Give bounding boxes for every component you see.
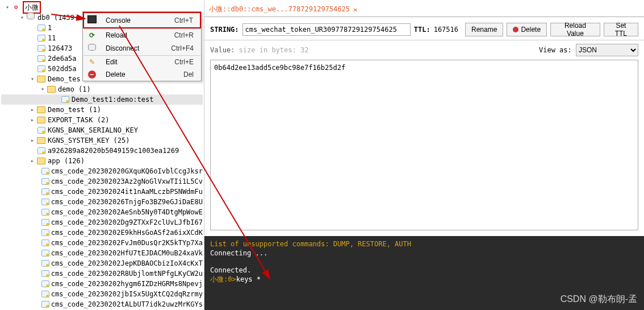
folder-icon: [36, 75, 45, 84]
menu-accel: Ctrl+R: [158, 29, 200, 42]
value-label: Value:: [210, 46, 235, 54]
value-textarea[interactable]: 0b64d2ee13add5ce9bc98e7f16b25d2f: [210, 60, 638, 230]
expander-icon[interactable]: ▾: [28, 74, 36, 84]
key-label: cms_code_20230202tALbUT7idk2uwzMrKGYs: [51, 299, 203, 309]
key-node[interactable]: cms_code_20230202JepKDBAOCbizIoX4cKxT: [1, 258, 203, 268]
expander-icon[interactable]: ▾: [39, 84, 47, 94]
folder-node[interactable]: ▸KGNS_SYSTEM_KEY (25): [1, 135, 203, 146]
tab-title[interactable]: 小微::db0::cms_we...778729129754625: [209, 5, 350, 14]
folder-icon: [36, 156, 45, 166]
folder-icon: [36, 105, 45, 114]
key-icon: [41, 259, 49, 268]
server-icon: ⚙: [11, 3, 20, 12]
key-node[interactable]: cms_code_202302024it1nAaMLczbPSNWdmFu: [1, 187, 203, 197]
key-icon: [36, 146, 45, 155]
menu-item-console[interactable]: Console Ctrl+T: [83, 13, 200, 28]
key-label: cms_code_20230202R8UbjlomtNPfgLKyCW2u: [51, 268, 203, 279]
key-label: cms_code_202302020GXquKQ6oIvblCcgJksr: [51, 166, 203, 176]
folder-node[interactable]: ▸app (126): [1, 156, 203, 166]
key-node[interactable]: a926289a82020b5049159c1003ea1269: [1, 146, 203, 156]
editor-panel: 小微::db0::cms_we...778729129754625 ✕ STRI…: [204, 0, 644, 310]
key-label: cms_code_20230202jbISx5UgXtCQ2dqRzrmy: [51, 289, 203, 299]
key-icon: [41, 228, 49, 237]
console-prompt: 小微:0>: [210, 275, 236, 283]
key-node[interactable]: cms_code_20230202FvJm0DusQr2K5kTYp7Xa: [1, 238, 203, 248]
key-icon: [41, 249, 49, 258]
key-node[interactable]: cms_code_20230202HfU7tEJDACM0uB24xaVk: [1, 248, 203, 258]
key-node[interactable]: KGNS_BANK_SERIALNO_KEY: [1, 125, 203, 135]
key-label: cms_code_20230202AeSnb5Ny0T4DtgMpWowE: [51, 207, 203, 217]
folder-node[interactable]: ▸Demo_test (1): [1, 105, 203, 115]
console-icon: [87, 17, 97, 25]
folder-icon: [36, 115, 45, 125]
console-line: Connected.: [210, 266, 638, 275]
context-menu: Console Ctrl+T ⟳ Reload Ctrl+R Disconnec…: [82, 11, 202, 81]
reload-icon: ⟳: [89, 31, 95, 39]
chevron-right-icon[interactable]: ▸: [28, 105, 36, 115]
ttl-label: TTL:: [414, 26, 430, 34]
key-icon: [36, 54, 45, 63]
tab-close-icon[interactable]: ✕: [353, 6, 357, 14]
view-as-label: View as:: [539, 46, 572, 54]
key-label: cms_code_20230202HfU7tEJDACM0uB24xaVk: [51, 248, 203, 258]
menu-item-reload[interactable]: ⟳ Reload Ctrl+R: [83, 29, 200, 42]
view-as-select[interactable]: JSON: [576, 44, 638, 56]
db-label: db0 (1439: [37, 13, 74, 23]
delete-button[interactable]: Delete: [507, 23, 547, 36]
tab-bar: 小微::db0::cms_we...778729129754625 ✕: [204, 0, 644, 17]
key-label: cms_code_20230202FvJm0DusQr2K5kTYp7Xa: [51, 238, 203, 248]
key-icon: [41, 197, 49, 206]
key-icon: [60, 95, 69, 104]
ttl-value: 167516: [434, 26, 458, 34]
expander-icon[interactable]: ▾: [3, 2, 11, 13]
menu-label: Reload: [102, 29, 158, 42]
key-node[interactable]: cms_code_202302023Az2gNoGlVxwTIi1L5Cv: [1, 176, 203, 187]
key-icon: [41, 279, 49, 288]
menu-item-disconnect[interactable]: Disconnect Ctrl+F4: [83, 42, 200, 55]
set-ttl-button[interactable]: Set TTL: [604, 23, 638, 36]
key-node[interactable]: cms_code_20230202tALbUT7idk2uwzMrKGYs: [1, 299, 203, 309]
menu-accel: Del: [158, 68, 200, 81]
key-properties: STRING: TTL: 167516 Rename Delete Reload…: [204, 17, 644, 40]
menu-label: Delete: [102, 68, 158, 81]
key-node[interactable]: cms_code_20230202Dg9ZTXxF2clUvLJfbI67: [1, 217, 203, 228]
folder-node[interactable]: ▸EXPORT_TASK (2): [1, 115, 203, 125]
reload-value-button[interactable]: Reload Value: [550, 23, 600, 36]
key-icon: [41, 218, 49, 227]
key-node[interactable]: Demo_test1:demo:test: [1, 94, 203, 105]
delete-icon: −: [88, 71, 96, 78]
menu-item-delete[interactable]: − Delete Del: [83, 68, 200, 81]
key-node[interactable]: cms_code_202302020GXquKQ6oIvblCcgJksr: [1, 166, 203, 176]
key-icon: [36, 44, 45, 53]
menu-item-edit[interactable]: ✎ Edit Ctrl+E: [83, 55, 200, 68]
edit-icon: ✎: [89, 58, 95, 66]
chevron-right-icon[interactable]: ▸: [28, 135, 36, 146]
key-label: cms_code_20230202JepKDBAOCbizIoX4cKxT: [51, 258, 203, 268]
type-label: STRING:: [210, 26, 239, 34]
folder-node[interactable]: ▾demo (1): [1, 84, 203, 94]
chevron-right-icon[interactable]: ▸: [28, 156, 36, 166]
key-label: cms_code_202302023Az2gNoGlVxwTIi1L5Cv: [51, 176, 203, 187]
key-node[interactable]: cms_code_20230202E9khHsGoASf2a6ixXCdK: [1, 228, 203, 238]
watermark: CSDN @勒布朗-孟: [561, 294, 637, 305]
tree-panel: ▾ ⚙ 小微 ▾ db0 (1439 1 11 126473 2de6a5a 5…: [0, 0, 204, 310]
key-node[interactable]: cms_code_20230202AeSnb5Ny0T4DtgMpWowE: [1, 207, 203, 217]
console-prompt-line: 小微:0>keys *: [210, 275, 638, 284]
key-node[interactable]: cms_code_20230202R8UbjlomtNPfgLKyCW2u: [1, 268, 203, 279]
key-name-input[interactable]: [242, 23, 411, 36]
key-node[interactable]: cms_code_202302026TnjgFo3BZ9eGJiDaE8U: [1, 197, 203, 207]
key-node[interactable]: cms_code_20230202hygm6IZDzHGRMs8Npevj: [1, 279, 203, 289]
key-icon: [36, 34, 45, 43]
chevron-right-icon[interactable]: ▸: [28, 115, 36, 125]
key-icon: [41, 300, 49, 309]
key-icon: [41, 238, 49, 247]
database-icon: [26, 13, 35, 22]
expander-icon[interactable]: ▾: [18, 13, 26, 23]
console-warn-line: List of unsupported commands: DUMP, REST…: [210, 239, 638, 249]
console-line: Connecting ...: [210, 249, 638, 258]
rename-button[interactable]: Rename: [465, 23, 503, 36]
key-label: cms_code_20230202hygm6IZDzHGRMs8Npevj: [51, 279, 203, 289]
key-icon: [36, 126, 45, 135]
disconnect-icon: [88, 44, 96, 52]
key-node[interactable]: cms_code_20230202jbISx5UgXtCQ2dqRzrmy: [1, 289, 203, 299]
